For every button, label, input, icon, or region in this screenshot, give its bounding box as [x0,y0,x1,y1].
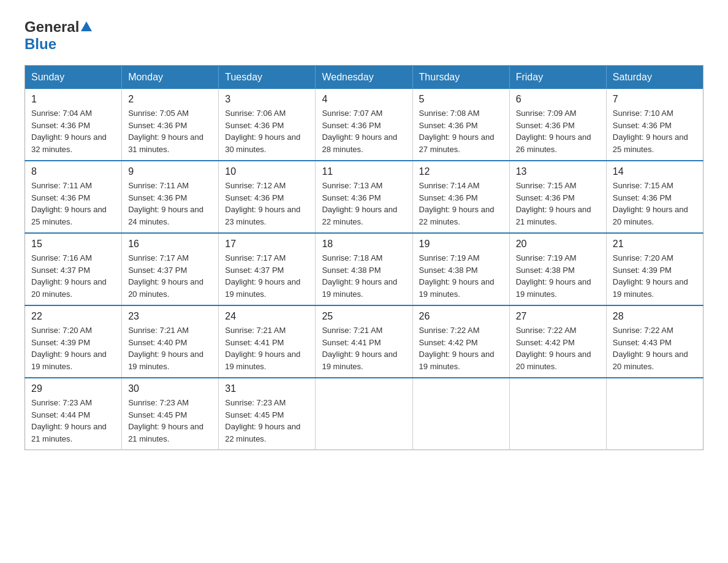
daylight-label: Daylight: 9 hours and 23 minutes. [225,205,300,226]
sunrise-label: Sunrise: 7:07 AM [322,109,382,118]
weekday-header-monday: Monday [122,66,219,90]
day-info: Sunrise: 7:08 AM Sunset: 4:36 PM Dayligh… [419,107,503,155]
sunset-label: Sunset: 4:37 PM [31,266,90,275]
day-info: Sunrise: 7:05 AM Sunset: 4:36 PM Dayligh… [128,107,212,155]
daylight-label: Daylight: 9 hours and 19 minutes. [322,277,397,299]
calendar-week-row: 1 Sunrise: 7:04 AM Sunset: 4:36 PM Dayli… [25,89,703,161]
calendar-cell: 8 Sunrise: 7:11 AM Sunset: 4:36 PM Dayli… [25,161,122,233]
day-info: Sunrise: 7:10 AM Sunset: 4:36 PM Dayligh… [613,107,697,155]
sunset-label: Sunset: 4:38 PM [322,266,381,275]
calendar-week-row: 29 Sunrise: 7:23 AM Sunset: 4:44 PM Dayl… [25,378,703,450]
day-number: 7 [613,94,697,105]
logo-blue-text: Blue [25,36,56,52]
day-number: 26 [419,311,503,322]
day-number: 18 [322,239,406,250]
daylight-label: Daylight: 9 hours and 20 minutes. [613,350,688,371]
sunset-label: Sunset: 4:37 PM [225,266,284,275]
sunrise-label: Sunrise: 7:21 AM [322,326,382,335]
svg-marker-0 [81,21,92,31]
day-number: 29 [31,383,115,394]
day-number: 13 [516,166,600,177]
sunrise-label: Sunrise: 7:19 AM [419,253,480,262]
daylight-label: Daylight: 9 hours and 27 minutes. [419,132,495,154]
daylight-label: Daylight: 9 hours and 22 minutes. [225,422,300,443]
daylight-label: Daylight: 9 hours and 31 minutes. [128,132,203,154]
calendar-cell: 19 Sunrise: 7:19 AM Sunset: 4:38 PM Dayl… [412,233,509,305]
sunrise-label: Sunrise: 7:10 AM [613,109,673,118]
weekday-header-sunday: Sunday [25,66,122,90]
day-number: 30 [128,383,212,394]
sunrise-label: Sunrise: 7:18 AM [322,253,382,262]
calendar-cell: 4 Sunrise: 7:07 AM Sunset: 4:36 PM Dayli… [316,89,412,161]
day-info: Sunrise: 7:04 AM Sunset: 4:36 PM Dayligh… [31,107,115,155]
logo-triangle-icon [81,21,92,31]
day-info: Sunrise: 7:20 AM Sunset: 4:39 PM Dayligh… [613,252,697,300]
day-info: Sunrise: 7:06 AM Sunset: 4:36 PM Dayligh… [225,107,309,155]
day-number: 10 [225,166,309,177]
sunset-label: Sunset: 4:42 PM [516,338,575,347]
sunrise-label: Sunrise: 7:15 AM [516,181,577,190]
daylight-label: Daylight: 9 hours and 21 minutes. [516,205,591,226]
calendar-cell: 21 Sunrise: 7:20 AM Sunset: 4:39 PM Dayl… [606,233,703,305]
calendar-cell: 11 Sunrise: 7:13 AM Sunset: 4:36 PM Dayl… [316,161,412,233]
day-number: 17 [225,239,309,250]
day-info: Sunrise: 7:09 AM Sunset: 4:36 PM Dayligh… [516,107,600,155]
day-number: 4 [322,94,406,105]
day-number: 3 [225,94,309,105]
day-info: Sunrise: 7:13 AM Sunset: 4:36 PM Dayligh… [322,180,406,228]
sunrise-label: Sunrise: 7:11 AM [31,181,92,190]
sunrise-label: Sunrise: 7:17 AM [225,253,286,262]
weekday-header-thursday: Thursday [412,66,509,90]
day-info: Sunrise: 7:23 AM Sunset: 4:45 PM Dayligh… [225,397,309,445]
sunset-label: Sunset: 4:36 PM [322,193,381,202]
day-info: Sunrise: 7:15 AM Sunset: 4:36 PM Dayligh… [516,180,600,228]
sunrise-label: Sunrise: 7:23 AM [31,398,92,407]
day-info: Sunrise: 7:07 AM Sunset: 4:36 PM Dayligh… [322,107,406,155]
calendar-cell: 22 Sunrise: 7:20 AM Sunset: 4:39 PM Dayl… [25,305,122,378]
sunrise-label: Sunrise: 7:22 AM [419,326,480,335]
day-number: 31 [225,383,309,394]
calendar-cell: 20 Sunrise: 7:19 AM Sunset: 4:38 PM Dayl… [509,233,606,305]
sunrise-label: Sunrise: 7:22 AM [613,326,673,335]
daylight-label: Daylight: 9 hours and 20 minutes. [516,350,591,371]
sunset-label: Sunset: 4:44 PM [31,410,90,419]
calendar-cell: 3 Sunrise: 7:06 AM Sunset: 4:36 PM Dayli… [219,89,316,161]
daylight-label: Daylight: 9 hours and 21 minutes. [31,422,107,443]
calendar-cell: 27 Sunrise: 7:22 AM Sunset: 4:42 PM Dayl… [509,305,606,378]
logo-general-text: General [25,18,79,36]
day-info: Sunrise: 7:17 AM Sunset: 4:37 PM Dayligh… [128,252,212,300]
calendar-cell: 6 Sunrise: 7:09 AM Sunset: 4:36 PM Dayli… [509,89,606,161]
sunrise-label: Sunrise: 7:13 AM [322,181,382,190]
day-number: 24 [225,311,309,322]
sunset-label: Sunset: 4:45 PM [225,410,284,419]
sunrise-label: Sunrise: 7:09 AM [516,109,577,118]
calendar-cell: 1 Sunrise: 7:04 AM Sunset: 4:36 PM Dayli… [25,89,122,161]
day-info: Sunrise: 7:22 AM Sunset: 4:42 PM Dayligh… [516,324,600,372]
calendar-cell: 10 Sunrise: 7:12 AM Sunset: 4:36 PM Dayl… [219,161,316,233]
day-info: Sunrise: 7:21 AM Sunset: 4:41 PM Dayligh… [225,324,309,372]
daylight-label: Daylight: 9 hours and 28 minutes. [322,132,397,154]
sunset-label: Sunset: 4:41 PM [322,338,381,347]
calendar-table: SundayMondayTuesdayWednesdayThursdayFrid… [25,65,703,450]
calendar-cell: 18 Sunrise: 7:18 AM Sunset: 4:38 PM Dayl… [316,233,412,305]
day-info: Sunrise: 7:21 AM Sunset: 4:40 PM Dayligh… [128,324,212,372]
calendar-cell: 7 Sunrise: 7:10 AM Sunset: 4:36 PM Dayli… [606,89,703,161]
day-info: Sunrise: 7:23 AM Sunset: 4:44 PM Dayligh… [31,397,115,445]
sunrise-label: Sunrise: 7:06 AM [225,109,286,118]
day-number: 12 [419,166,503,177]
day-number: 6 [516,94,600,105]
calendar-cell: 13 Sunrise: 7:15 AM Sunset: 4:36 PM Dayl… [509,161,606,233]
calendar-cell: 2 Sunrise: 7:05 AM Sunset: 4:36 PM Dayli… [122,89,219,161]
sunset-label: Sunset: 4:36 PM [128,193,187,202]
sunrise-label: Sunrise: 7:21 AM [128,326,189,335]
day-number: 28 [613,311,697,322]
calendar-cell: 15 Sunrise: 7:16 AM Sunset: 4:37 PM Dayl… [25,233,122,305]
daylight-label: Daylight: 9 hours and 19 minutes. [613,277,688,299]
daylight-label: Daylight: 9 hours and 19 minutes. [516,277,591,299]
sunrise-label: Sunrise: 7:22 AM [516,326,577,335]
day-info: Sunrise: 7:19 AM Sunset: 4:38 PM Dayligh… [516,252,600,300]
calendar-cell: 28 Sunrise: 7:22 AM Sunset: 4:43 PM Dayl… [606,305,703,378]
daylight-label: Daylight: 9 hours and 19 minutes. [225,350,300,371]
day-number: 8 [31,166,115,177]
day-number: 11 [322,166,406,177]
